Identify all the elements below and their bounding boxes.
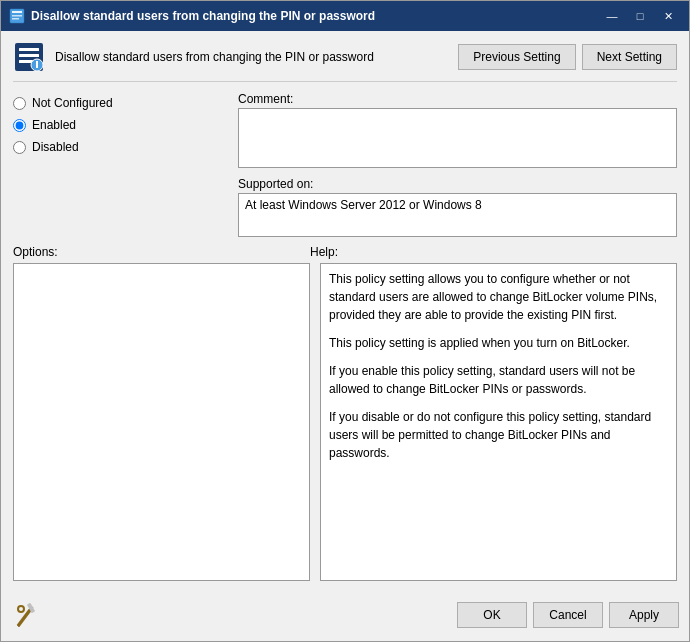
radio-panel: Not Configured Enabled Disabled <box>13 92 228 237</box>
help-paragraph-2: This policy setting is applied when you … <box>329 334 668 352</box>
svg-rect-1 <box>12 11 22 13</box>
help-panel: This policy setting allows you to config… <box>320 263 677 581</box>
svg-rect-3 <box>12 18 19 20</box>
bottom-section: This policy setting allows you to config… <box>13 263 677 581</box>
apply-button[interactable]: Apply <box>609 602 679 628</box>
help-paragraph-1: This policy setting allows you to config… <box>329 270 668 324</box>
supported-section: Supported on: At least Windows Server 20… <box>238 177 677 237</box>
footer: OK Cancel Apply <box>1 591 689 641</box>
header-buttons: Previous Setting Next Setting <box>458 44 677 70</box>
svg-rect-5 <box>19 48 39 51</box>
comment-label: Comment: <box>238 92 293 106</box>
main-body: Not Configured Enabled Disabled <box>13 92 677 581</box>
supported-label: Supported on: <box>238 177 313 191</box>
dialog-content: Disallow standard users from changing th… <box>1 31 689 591</box>
radio-disabled-input[interactable] <box>13 141 26 154</box>
title-bar-controls: — □ ✕ <box>599 6 681 26</box>
cancel-button[interactable]: Cancel <box>533 602 603 628</box>
options-box <box>13 263 310 581</box>
comment-textarea[interactable] <box>238 108 677 168</box>
radio-not-configured-input[interactable] <box>13 97 26 110</box>
comment-label-row: Comment: <box>238 92 677 106</box>
radio-group: Not Configured Enabled Disabled <box>13 92 228 154</box>
options-panel <box>13 263 310 581</box>
options-section-label: Options: <box>13 245 310 259</box>
ok-button[interactable]: OK <box>457 602 527 628</box>
window-title: Disallow standard users from changing th… <box>31 9 599 23</box>
radio-enabled[interactable]: Enabled <box>13 118 228 132</box>
supported-value-text: At least Windows Server 2012 or Windows … <box>245 198 482 212</box>
previous-setting-button[interactable]: Previous Setting <box>458 44 575 70</box>
svg-rect-10 <box>36 61 38 63</box>
comment-section: Comment: <box>238 92 677 171</box>
header-title: Disallow standard users from changing th… <box>55 50 458 64</box>
svg-rect-2 <box>12 15 22 17</box>
section-labels-row: Options: Help: <box>13 245 677 259</box>
radio-not-configured[interactable]: Not Configured <box>13 96 228 110</box>
help-paragraph-3: If you enable this policy setting, stand… <box>329 362 668 398</box>
minimize-button[interactable]: — <box>599 6 625 26</box>
tools-icon <box>11 599 43 631</box>
title-bar: Disallow standard users from changing th… <box>1 1 689 31</box>
supported-label-row: Supported on: <box>238 177 677 191</box>
radio-not-configured-label: Not Configured <box>32 96 113 110</box>
radio-enabled-input[interactable] <box>13 119 26 132</box>
footer-left <box>11 599 451 631</box>
radio-disabled[interactable]: Disabled <box>13 140 228 154</box>
main-window: Disallow standard users from changing th… <box>0 0 690 642</box>
header-policy-icon <box>13 41 45 73</box>
maximize-button[interactable]: □ <box>627 6 653 26</box>
supported-value-box: At least Windows Server 2012 or Windows … <box>238 193 677 237</box>
svg-rect-6 <box>19 54 39 57</box>
radio-enabled-label: Enabled <box>32 118 76 132</box>
header-section: Disallow standard users from changing th… <box>13 41 677 82</box>
svg-point-13 <box>18 606 24 612</box>
radio-disabled-label: Disabled <box>32 140 79 154</box>
svg-rect-7 <box>19 60 33 63</box>
help-section-label: Help: <box>310 245 677 259</box>
next-setting-button[interactable]: Next Setting <box>582 44 677 70</box>
top-section: Not Configured Enabled Disabled <box>13 92 677 237</box>
right-panel: Comment: Supported on: At least Windows … <box>238 92 677 237</box>
help-paragraph-4: If you disable or do not configure this … <box>329 408 668 462</box>
close-button[interactable]: ✕ <box>655 6 681 26</box>
window-icon <box>9 8 25 24</box>
help-text-box: This policy setting allows you to config… <box>320 263 677 581</box>
